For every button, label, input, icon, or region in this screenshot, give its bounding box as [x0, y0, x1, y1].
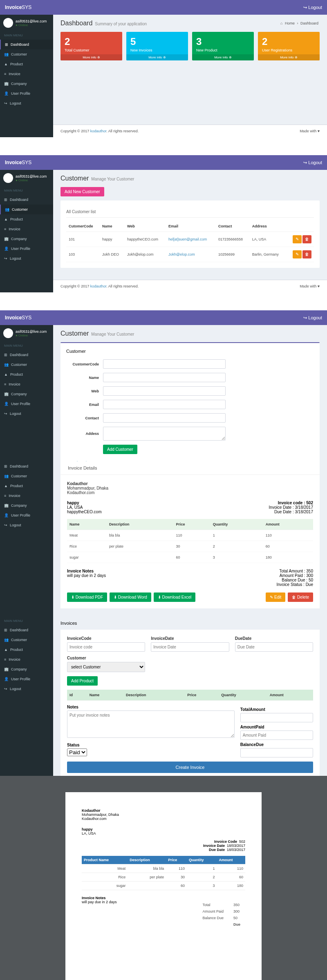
nav-dashboard[interactable]: ⊞ DashBoard: [0, 350, 53, 360]
invoice-lines-table: NameDescriptionPriceQuantityAmount Meatb…: [67, 519, 313, 563]
nav-invoice[interactable]: ≡ Invoice: [0, 379, 53, 389]
card-new-product[interactable]: 3New ProductMore info ⊕: [192, 32, 254, 60]
notes-textarea[interactable]: [67, 710, 235, 738]
total-amount-input[interactable]: [240, 713, 313, 722]
page-title: Dashboard: [60, 20, 92, 27]
nav-dashboard[interactable]: ⊞ DashBoard: [0, 461, 53, 471]
nav-customer[interactable]: 👥 Customer: [0, 635, 53, 645]
contact-input[interactable]: [103, 413, 226, 423]
nav-userprofile[interactable]: 👤 User Profile: [0, 674, 53, 684]
page-title: Customer: [60, 175, 89, 182]
table-row: sugar603180: [67, 552, 313, 563]
logout-link[interactable]: ↪ Logout: [303, 160, 322, 165]
nav-userprofile[interactable]: 👤 User Profile: [0, 89, 53, 98]
nav-userprofile[interactable]: 👤 User Profile: [0, 510, 53, 520]
breadcrumb: ⌂ Home › Dashboard: [280, 21, 320, 25]
add-product-button[interactable]: Add Product: [67, 676, 98, 686]
list-header: All Customer list: [66, 206, 314, 218]
brand[interactable]: InvoiceSYS: [5, 4, 31, 10]
table-row: Riceper plate30260: [67, 541, 313, 552]
nav-dashboard[interactable]: ⊞ DashBoard: [0, 40, 53, 49]
nav-dashboard[interactable]: ⊞ DashBoard: [0, 625, 53, 635]
nav-company[interactable]: 🏢 Company: [0, 501, 53, 510]
nav-product[interactable]: ▲ Product: [0, 481, 53, 491]
email-link[interactable]: hel[at]suen@gmail.com: [168, 237, 207, 241]
customer-table: CutomerCodeNameWebEmailContactAddress 10…: [66, 221, 314, 262]
web-input[interactable]: [103, 386, 226, 396]
user-email: asif0531@live.com: [16, 19, 47, 23]
delete-icon[interactable]: 🗑: [302, 250, 311, 258]
pdf-lines-table: Product NameDescriptionPriceQuantityAmou…: [82, 856, 245, 890]
section-title: Invoice Details: [60, 461, 320, 475]
add-customer-button[interactable]: Add New Customer: [60, 187, 104, 196]
nav-dashboard[interactable]: ⊞ DashBoard: [0, 195, 53, 205]
avatar: [3, 18, 13, 28]
nav-product[interactable]: ▲ Product: [0, 214, 53, 224]
email-input[interactable]: [103, 400, 226, 409]
nav-userprofile[interactable]: 👤 User Profile: [0, 244, 53, 254]
nav-invoice[interactable]: ≡ Invoice: [0, 69, 53, 79]
nav-logout[interactable]: ↪ Logout: [0, 520, 53, 530]
nav-invoice[interactable]: ≡ Invoice: [0, 655, 53, 664]
create-invoice-button[interactable]: Create Invoice: [67, 762, 313, 773]
table-row: 101happyhappytheCEO.comhel[at]suen@gmail…: [66, 232, 314, 247]
user-status: ● Online: [16, 23, 47, 27]
balance-due-input[interactable]: [240, 748, 313, 757]
status-select[interactable]: Paid: [67, 748, 87, 756]
nav-product[interactable]: ▲ Product: [0, 370, 53, 379]
table-row: Meatbla bla1101110: [67, 530, 313, 541]
nav-logout[interactable]: ↪ Logout: [0, 254, 53, 263]
nav-company[interactable]: 🏢 Company: [0, 234, 53, 244]
pdf-page: KodauthorMohammadpur, DhakaKodauthor.com…: [65, 792, 262, 980]
nav-company[interactable]: 🏢 Company: [0, 79, 53, 89]
edit-button[interactable]: ✎ Edit: [266, 592, 285, 602]
products-table: IdNameDescriptionPriceQuantityAmount: [67, 690, 313, 701]
edit-icon[interactable]: ✎: [293, 250, 302, 258]
invoice-code-input[interactable]: [67, 642, 145, 652]
address-input[interactable]: [103, 427, 226, 441]
nav-invoice[interactable]: ≡ Invoice: [0, 224, 53, 234]
card-total-customer[interactable]: 2Total CustomerMore info ⊕: [60, 32, 122, 60]
card-new-invoices[interactable]: 5New InvoicesMore info ⊕: [126, 32, 188, 60]
invoice-date-input[interactable]: [151, 642, 229, 652]
nav-logout[interactable]: ↪ Logout: [0, 684, 53, 694]
nav-logout[interactable]: ↪ Logout: [0, 98, 53, 108]
card-user-reg[interactable]: 2User RegistrationsMore info ⊕: [258, 32, 320, 60]
logout-link[interactable]: ↪ Logout: [303, 315, 322, 321]
footer-right: Made with ♥: [300, 129, 320, 133]
email-link[interactable]: Jokh@elop.com: [168, 252, 195, 256]
nav-company[interactable]: 🏢 Company: [0, 389, 53, 399]
avatar: [3, 173, 13, 183]
nav-logout[interactable]: ↪ Logout: [0, 409, 53, 419]
name-input[interactable]: [103, 373, 226, 382]
nav-product[interactable]: ▲ Product: [0, 59, 53, 69]
table-row: 103Jokh DEOJokh@elop.comJokh@elop.com102…: [66, 247, 314, 262]
edit-icon[interactable]: ✎: [293, 235, 302, 243]
delete-icon[interactable]: 🗑: [302, 235, 311, 243]
download-pdf-button[interactable]: ⬇ Download PDF: [67, 592, 107, 602]
nav-product[interactable]: ▲ Product: [0, 645, 53, 655]
customer-select[interactable]: select Customer: [67, 662, 145, 672]
download-excel-button[interactable]: ⬇ Download Excel: [154, 592, 196, 602]
delete-button[interactable]: 🗑 Delete: [288, 592, 313, 602]
nav-customer[interactable]: 👥 Customer: [0, 471, 53, 481]
nav-customer[interactable]: 👥 Customer: [0, 360, 53, 370]
nav-customer[interactable]: 👥 Customer: [0, 49, 53, 59]
footer-link[interactable]: kodauthor: [90, 129, 107, 133]
nav-userprofile[interactable]: 👤 User Profile: [0, 399, 53, 409]
nav-invoice[interactable]: ≡ Invoice: [0, 491, 53, 501]
nav-company[interactable]: 🏢 Company: [0, 664, 53, 674]
nav-header: Main Menu: [0, 31, 53, 40]
due-date-input[interactable]: [235, 642, 313, 652]
download-word-button[interactable]: ⬇ Download Word: [110, 592, 151, 602]
page-subtitle: Summary of your application: [95, 22, 147, 26]
section-title: Invoices: [53, 617, 327, 630]
nav-customer[interactable]: 👥 Customer: [0, 205, 53, 214]
logout-link[interactable]: ↪ Logout: [303, 5, 322, 10]
panel-title: Customer: [66, 349, 314, 354]
customercode-input[interactable]: [103, 359, 226, 369]
amount-paid-input[interactable]: [240, 731, 313, 740]
add-customer-submit[interactable]: Add Customer: [103, 445, 137, 454]
